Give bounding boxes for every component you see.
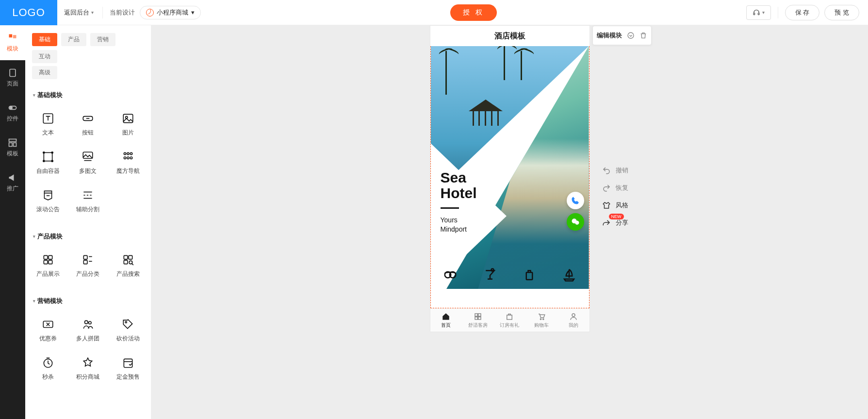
- svg-line-44: [131, 264, 133, 265]
- tab-advanced[interactable]: 高级: [32, 66, 57, 79]
- svg-rect-15: [44, 152, 52, 161]
- tab-mine[interactable]: 我的: [557, 309, 590, 332]
- svg-rect-7: [9, 139, 16, 141]
- svg-rect-58: [526, 272, 533, 280]
- redo-button[interactable]: 恢复: [602, 184, 628, 192]
- section-marketing[interactable]: ▾ 营销模块: [25, 288, 151, 308]
- svg-rect-62: [478, 317, 481, 319]
- rail-label: 推广: [7, 184, 18, 193]
- toggle-icon: [8, 103, 17, 113]
- comp-divider[interactable]: 辅助分割: [68, 182, 108, 220]
- wechat-button[interactable]: [567, 213, 584, 231]
- logo: LOGO: [0, 0, 57, 25]
- megaphone-icon: [8, 173, 17, 183]
- authorize-button[interactable]: 授 权: [450, 4, 497, 21]
- rail-label: 模板: [7, 150, 18, 158]
- back-to-admin[interactable]: 返回后台 ▾: [57, 8, 100, 17]
- comp-label: 魔方导航: [116, 167, 140, 175]
- tab-cart[interactable]: 购物车: [525, 309, 557, 332]
- tab-product[interactable]: 产品: [61, 33, 86, 46]
- comp-multi-image-text[interactable]: 多图文: [68, 144, 108, 182]
- save-button[interactable]: 保 存: [785, 5, 820, 20]
- tab-home[interactable]: 首页: [430, 309, 462, 332]
- tab-rooms[interactable]: 舒适客房: [462, 309, 494, 332]
- comp-label: 图片: [122, 129, 134, 137]
- svg-point-18: [43, 160, 45, 162]
- comp-group-buy[interactable]: 多人拼团: [68, 311, 108, 350]
- tab-interact[interactable]: 互动: [32, 50, 57, 63]
- share-button[interactable]: NEW 分享: [602, 218, 628, 227]
- phone-call-button[interactable]: [567, 192, 584, 209]
- rail-modules[interactable]: 模块: [0, 25, 25, 60]
- svg-point-25: [124, 157, 126, 159]
- svg-point-64: [540, 318, 541, 319]
- comp-text[interactable]: 文本: [28, 105, 68, 144]
- selected-module[interactable]: ✎ ✕ SeaHotel: [430, 46, 590, 308]
- undo-button[interactable]: 撤销: [602, 166, 628, 175]
- top-right-controls: ▾ 保 存 预 览: [746, 5, 868, 20]
- svg-rect-60: [478, 314, 481, 316]
- svg-rect-3: [13, 35, 16, 38]
- rail-pages[interactable]: 页面: [0, 60, 25, 95]
- delete-icon[interactable]: [639, 32, 647, 39]
- svg-rect-9: [14, 143, 16, 147]
- svg-rect-36: [84, 255, 88, 259]
- section-basic[interactable]: ▾ 基础模块: [25, 82, 151, 102]
- svg-rect-1: [758, 13, 759, 15]
- svg-point-24: [130, 152, 132, 154]
- rail-templates[interactable]: 模板: [0, 130, 25, 165]
- comp-cube-nav[interactable]: 魔方导航: [108, 144, 148, 182]
- design-selector[interactable]: 小程序商城 ▾: [140, 6, 201, 19]
- tab-marketing[interactable]: 营销: [90, 33, 115, 46]
- svg-point-48: [125, 321, 127, 323]
- tab-basic[interactable]: 基础: [32, 33, 57, 46]
- luggage-icon: [522, 268, 537, 282]
- top-bar: LOGO 返回后台 ▾ 当前设计 小程序商城 ▾ 授 权 ▾ 保 存 预 览: [0, 0, 868, 25]
- rail-promo[interactable]: 推广: [0, 165, 25, 200]
- comp-bargain[interactable]: 砍价活动: [108, 311, 148, 350]
- section-product[interactable]: ▾ 产品模块: [25, 223, 151, 244]
- svg-rect-2: [9, 34, 13, 37]
- canvas-tools: 撤销 恢复 风格 NEW 分享: [602, 166, 628, 227]
- comp-points-mall[interactable]: 积分商城: [68, 350, 108, 388]
- comp-coupon[interactable]: 优惠券: [28, 311, 68, 350]
- design-name: 小程序商城: [157, 8, 188, 17]
- comp-product-category[interactable]: 产品分类: [68, 247, 108, 285]
- style-button[interactable]: 风格: [602, 201, 628, 210]
- svg-rect-38: [84, 260, 88, 264]
- modules-icon: [8, 33, 17, 43]
- svg-rect-41: [129, 255, 132, 259]
- move-down-icon[interactable]: [627, 32, 635, 39]
- tab-booking[interactable]: 订房有礼: [494, 309, 526, 332]
- support-button[interactable]: ▾: [746, 5, 771, 20]
- chevron-down-icon: ▾: [33, 93, 35, 98]
- comp-product-search[interactable]: 产品搜索: [108, 247, 148, 285]
- comp-free-container[interactable]: 自由容器: [28, 144, 68, 182]
- comp-product-display[interactable]: 产品展示: [28, 247, 68, 285]
- comp-presale[interactable]: 定金预售: [108, 350, 148, 388]
- svg-point-47: [89, 321, 91, 324]
- headset-icon: [753, 9, 760, 17]
- comp-scroll-notice[interactable]: 滚动公告: [28, 182, 68, 220]
- comp-label: 产品搜索: [116, 270, 140, 278]
- divider: [102, 7, 103, 18]
- module-toolbar: 编辑模块: [592, 26, 652, 45]
- comp-button[interactable]: 按钮: [68, 105, 108, 144]
- comp-label: 多人拼团: [76, 335, 99, 343]
- chevron-down-icon: ▾: [762, 10, 765, 15]
- svg-rect-0: [753, 13, 755, 15]
- comp-flash-sale[interactable]: 秒杀: [28, 350, 68, 388]
- section-title: 营销模块: [37, 297, 63, 305]
- section-title: 基础模块: [37, 91, 63, 100]
- svg-point-52: [628, 33, 634, 38]
- comp-image[interactable]: 图片: [108, 105, 148, 144]
- preview-button[interactable]: 预 览: [824, 5, 859, 20]
- svg-rect-35: [49, 260, 52, 264]
- section-title: 产品模块: [37, 232, 63, 241]
- sailboat-icon: [562, 268, 576, 282]
- new-badge: NEW: [609, 214, 624, 219]
- panel-tabs: 基础 产品 营销 互动: [25, 25, 151, 66]
- rail-controls[interactable]: 控件: [0, 95, 25, 130]
- edit-module-button[interactable]: 编辑模块: [597, 31, 622, 40]
- design-canvas[interactable]: 酒店模板 编辑模块 ✎ ✕: [151, 25, 868, 419]
